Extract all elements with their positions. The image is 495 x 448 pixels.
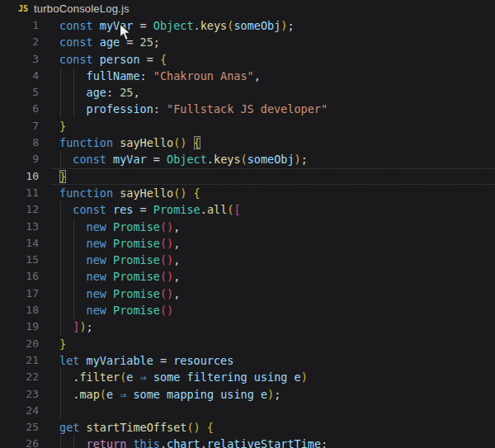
token: .	[200, 437, 207, 448]
code-line[interactable]: .filter(e ⇒ some filtering using e)	[51, 369, 495, 385]
editor-tab[interactable]: JS turboConsoleLog.js	[0, 0, 495, 17]
line-number[interactable]: 24	[0, 403, 39, 419]
line-number[interactable]: 13	[0, 219, 39, 235]
token: const	[73, 153, 113, 166]
token	[59, 102, 87, 116]
line-number[interactable]: 18	[0, 302, 39, 318]
line-number[interactable]: 4	[0, 68, 39, 84]
code-line[interactable]: }	[51, 168, 495, 185]
indent-guide	[60, 318, 61, 335]
token: (	[241, 153, 248, 166]
code-line[interactable]: new Promise(),	[51, 252, 495, 268]
token: relativeStartTime	[207, 437, 321, 448]
token: function	[59, 136, 120, 149]
line-number[interactable]: 25	[0, 419, 39, 436]
token: startTimeOffset	[87, 421, 187, 434]
token: const	[73, 203, 113, 216]
indent-guide	[60, 386, 61, 403]
gutter: 1234567891011121314151617181920212223242…	[0, 17, 39, 448]
token: return	[87, 437, 134, 448]
line-number[interactable]: 15	[0, 252, 39, 268]
line-number[interactable]: 8	[0, 134, 39, 151]
token: =	[153, 354, 173, 367]
token	[113, 388, 120, 401]
code-line[interactable]: function sayHello() {	[51, 185, 495, 201]
code-line[interactable]: return this.chart.relativeStartTime;	[51, 436, 495, 448]
code-line[interactable]: }	[51, 336, 495, 352]
code-line[interactable]: new Promise(),	[51, 285, 495, 302]
line-number[interactable]: 26	[0, 436, 39, 448]
code-line[interactable]: new Promise()	[51, 302, 495, 318]
token: =	[140, 53, 160, 66]
line-number[interactable]: 3	[0, 51, 39, 68]
token: .	[200, 203, 207, 216]
token: "Chakroun Anas"	[153, 69, 254, 83]
line-number[interactable]: 12	[0, 201, 39, 218]
line-number[interactable]: 16	[0, 268, 39, 285]
line-number[interactable]: 1	[0, 17, 39, 34]
indent-guide	[60, 268, 61, 285]
token: this	[133, 437, 160, 448]
token: ,	[173, 220, 180, 233]
indent-guide	[60, 219, 61, 235]
token: .	[207, 153, 214, 166]
code-line[interactable]: profession: "Fullstack JS developer"	[51, 101, 495, 117]
code-line[interactable]: }	[51, 118, 495, 134]
token: ()	[173, 186, 186, 200]
code-line[interactable]: ]);	[51, 318, 495, 335]
line-number[interactable]: 11	[0, 185, 39, 201]
line-number[interactable]: 9	[0, 151, 39, 167]
token: new	[87, 287, 114, 300]
code-line[interactable]: function sayHello() {	[51, 134, 495, 151]
line-number[interactable]: 23	[0, 386, 39, 403]
token: {	[207, 421, 214, 434]
mouse-cursor-icon	[119, 23, 131, 42]
indent-guide	[60, 436, 61, 448]
token: ()	[160, 287, 173, 300]
code-line[interactable]: get startTimeOffset() {	[51, 419, 495, 436]
line-number[interactable]: 5	[0, 84, 39, 101]
token: ,	[173, 253, 180, 266]
token: all	[207, 203, 227, 216]
code-area[interactable]: const myVar = Object.keys(someObj);const…	[51, 17, 495, 448]
token	[59, 203, 73, 216]
token: Promise	[113, 287, 160, 300]
indent-guide	[73, 84, 74, 101]
token: ;	[321, 437, 328, 448]
code-line[interactable]: new Promise(),	[51, 235, 495, 252]
code-line[interactable]: fullName: "Chakroun Anas",	[51, 68, 495, 84]
token: ()	[160, 304, 173, 317]
line-number[interactable]: 22	[0, 369, 39, 385]
line-number[interactable]: 14	[0, 235, 39, 252]
token: ()	[160, 220, 173, 233]
code-line[interactable]: let myVariable = resources	[51, 352, 495, 369]
code-line[interactable]: new Promise(),	[51, 219, 495, 235]
line-number[interactable]: 20	[0, 336, 39, 352]
code-line[interactable]: const age = 25;	[51, 34, 495, 50]
line-number[interactable]: 19	[0, 318, 39, 335]
code-line[interactable]: .map(e ⇒ some mapping using e);	[51, 386, 495, 403]
line-number[interactable]: 21	[0, 352, 39, 369]
token	[186, 136, 193, 149]
code-line[interactable]: const res = Promise.all([	[51, 201, 495, 218]
token	[59, 287, 87, 300]
code-line[interactable]: const person = {	[51, 51, 495, 68]
line-number[interactable]: 10	[0, 168, 39, 185]
indent-guide	[73, 219, 74, 235]
indent-guide	[60, 84, 61, 101]
indent-guide	[60, 403, 61, 419]
line-number[interactable]: 17	[0, 285, 39, 302]
token: resources	[173, 354, 233, 367]
line-number[interactable]: 2	[0, 34, 39, 50]
code-line[interactable]: age: 25,	[51, 84, 495, 101]
code-line[interactable]: const myVar = Object.keys(someObj);	[51, 17, 495, 34]
token: new	[87, 304, 114, 317]
code-line[interactable]: const myVar = Object.keys(someObj);	[51, 151, 495, 167]
line-number[interactable]: 6	[0, 101, 39, 117]
token: .	[160, 437, 167, 448]
token	[59, 153, 73, 166]
code-line[interactable]: new Promise(),	[51, 268, 495, 285]
line-number[interactable]: 7	[0, 118, 39, 134]
code-line[interactable]	[51, 403, 495, 419]
token: Promise	[113, 270, 160, 283]
